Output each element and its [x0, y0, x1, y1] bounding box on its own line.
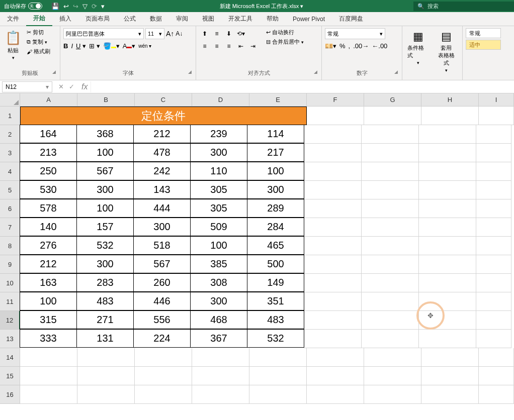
cell[interactable] [419, 292, 476, 311]
tab-视图[interactable]: 视图 [195, 12, 221, 26]
cell[interactable]: 114 [247, 125, 304, 143]
cell[interactable]: 300 [190, 292, 247, 310]
cell[interactable] [307, 107, 364, 125]
tab-插入[interactable]: 插入 [52, 12, 78, 26]
cell[interactable]: 578 [20, 199, 77, 218]
undo-icon[interactable]: ↩ [63, 3, 69, 10]
cancel-icon[interactable]: ✕ [58, 83, 64, 90]
col-header-G[interactable]: G [364, 93, 421, 107]
cell[interactable] [20, 348, 77, 367]
cell[interactable]: 305 [190, 180, 247, 199]
cell[interactable] [135, 385, 192, 404]
merge-center-button[interactable]: ⊟合并后居中▾ [265, 38, 305, 46]
row-header-15[interactable]: 15 [0, 367, 20, 385]
col-header-H[interactable]: H [421, 93, 479, 107]
cell[interactable] [362, 330, 419, 348]
align-top-button[interactable]: ⬆ [199, 28, 210, 39]
cell[interactable] [362, 181, 419, 199]
cell[interactable] [421, 107, 479, 125]
cell[interactable]: 242 [133, 162, 191, 180]
cell[interactable] [304, 330, 362, 348]
conditional-format-button[interactable]: ▦条件格式▾ [405, 28, 432, 78]
cell[interactable] [419, 330, 476, 348]
cell[interactable]: 164 [20, 125, 77, 143]
col-header-I[interactable]: I [479, 93, 514, 107]
cell[interactable]: 333 [20, 329, 77, 348]
cell[interactable]: 100 [20, 292, 77, 310]
cell[interactable] [419, 311, 476, 330]
autosave-toggle[interactable]: 自动保存 关 [0, 3, 46, 10]
cell[interactable]: 300 [247, 180, 304, 199]
row-header-1[interactable]: 1 [0, 107, 20, 125]
cell[interactable] [249, 385, 307, 404]
border-button[interactable]: ⊞ ▾ [89, 42, 100, 50]
cell[interactable]: 140 [20, 218, 77, 236]
cell[interactable] [476, 218, 511, 237]
cell[interactable]: 284 [247, 218, 304, 236]
tab-开发工具[interactable]: 开发工具 [221, 12, 260, 26]
align-left-button[interactable]: ≡ [199, 41, 210, 52]
cell[interactable] [77, 385, 135, 404]
cell[interactable] [304, 311, 362, 330]
cell[interactable]: 532 [247, 329, 304, 348]
redo-icon[interactable]: ↪ [73, 3, 78, 10]
wrap-text-button[interactable]: ↩自动换行 [265, 28, 305, 37]
cell[interactable]: 567 [76, 162, 134, 180]
cell[interactable]: 143 [133, 180, 191, 199]
row-header-11[interactable]: 11 [0, 292, 20, 311]
row-header-5[interactable]: 5 [0, 181, 20, 199]
cell[interactable] [362, 255, 419, 274]
style-medium[interactable]: 适中 [466, 40, 501, 50]
col-header-C[interactable]: C [135, 93, 192, 107]
cell[interactable] [476, 237, 511, 255]
cell[interactable] [421, 367, 479, 385]
cell[interactable]: 250 [20, 162, 77, 180]
cell[interactable] [476, 292, 511, 311]
row-header-16[interactable]: 16 [0, 385, 20, 404]
dialog-launcher-icon[interactable]: ◢ [394, 69, 398, 74]
cell[interactable]: 217 [247, 143, 304, 162]
cell[interactable]: 468 [190, 310, 247, 329]
cell[interactable] [419, 125, 476, 144]
cell[interactable]: 157 [76, 218, 134, 236]
grid-area[interactable]: 定位条件164368212239114213100478300217250567… [20, 107, 514, 404]
cell[interactable]: 483 [247, 310, 304, 329]
underline-button[interactable]: U ▾ [76, 42, 86, 50]
increase-decimal-button[interactable]: .00→ [353, 42, 369, 50]
cell[interactable]: 465 [247, 236, 304, 255]
cell[interactable]: 149 [247, 273, 304, 292]
col-header-D[interactable]: D [192, 93, 249, 107]
cell[interactable] [307, 385, 364, 404]
row-header-3[interactable]: 3 [0, 144, 20, 162]
comma-button[interactable]: , [349, 42, 351, 50]
align-middle-button[interactable]: ≡ [211, 28, 222, 39]
cell[interactable]: 276 [20, 236, 77, 255]
cell[interactable]: 100 [247, 162, 304, 180]
cell[interactable]: 260 [133, 273, 191, 292]
tab-帮助[interactable]: 帮助 [260, 12, 286, 26]
cell[interactable] [362, 199, 419, 218]
font-size-select[interactable]: 11▾ [145, 28, 164, 39]
cell[interactable] [362, 162, 419, 181]
cell[interactable]: 518 [133, 236, 191, 255]
cell[interactable]: 385 [190, 255, 247, 273]
select-all-corner[interactable] [0, 93, 20, 107]
cell[interactable] [364, 348, 421, 367]
col-header-A[interactable]: A [20, 93, 77, 107]
cell[interactable] [249, 348, 307, 367]
font-name-select[interactable]: 阿里巴巴普惠体▾ [63, 28, 144, 39]
paste-button[interactable]: 📋 粘贴 ▾ [3, 28, 23, 68]
bold-button[interactable]: B [63, 42, 68, 50]
cell[interactable] [476, 274, 511, 292]
cell[interactable] [304, 144, 362, 162]
cell[interactable]: 300 [76, 255, 134, 273]
row-header-12[interactable]: 12 [0, 311, 20, 330]
cell[interactable] [362, 274, 419, 292]
cell[interactable]: 239 [190, 125, 247, 143]
align-bottom-button[interactable]: ⬇ [223, 28, 234, 39]
cell[interactable]: 212 [20, 255, 77, 273]
cell[interactable]: 567 [133, 255, 191, 273]
enter-icon[interactable]: ✓ [69, 83, 74, 90]
cell[interactable]: 367 [190, 329, 247, 348]
row-header-9[interactable]: 9 [0, 255, 20, 274]
